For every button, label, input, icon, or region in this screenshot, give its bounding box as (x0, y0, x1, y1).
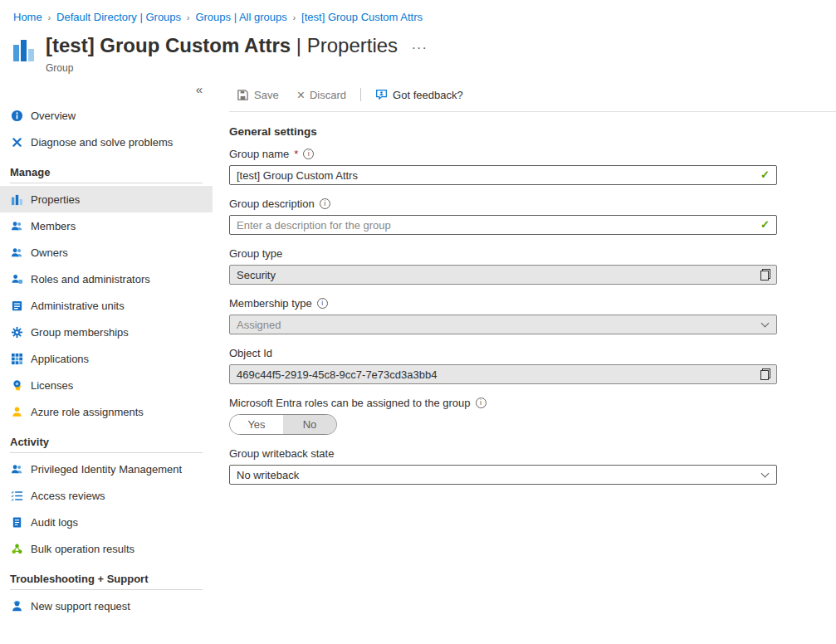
sidebar-item-label: Privileged Identity Management (31, 463, 182, 476)
writeback-state-label: Group writeback state (229, 447, 334, 460)
sidebar-item-label: Members (31, 220, 76, 232)
sidebar-item-label: Diagnose and solve problems (31, 136, 173, 149)
membership-type-label: Membership type (229, 297, 312, 310)
audit-logs-icon (10, 515, 23, 529)
overview-info-icon (10, 109, 23, 122)
copy-icon[interactable] (760, 368, 770, 380)
discard-icon: × (297, 89, 305, 101)
sidebar-item-admin-units[interactable]: Administrative units (0, 292, 213, 319)
sidebar-item-label: Azure role assignments (31, 406, 144, 418)
breadcrumb-link-home[interactable]: Home (13, 11, 42, 23)
sidebar-item-label: Applications (31, 353, 89, 365)
page-header: [test] Group Custom Attrs | Properties ·… (0, 23, 836, 74)
field-object-id: Object Id 469c44f5-2919-45c8-9cc7-7e73cd… (229, 345, 777, 384)
sidebar-item-label: Overview (31, 110, 76, 122)
sidebar-item-label: Licenses (31, 379, 73, 392)
entra-roles-label: Microsoft Entra roles can be assigned to… (229, 397, 471, 409)
sidebar-item-members[interactable]: Members (0, 212, 213, 239)
sidebar-item-label: Bulk operation results (31, 543, 134, 555)
more-menu-icon[interactable]: ··· (412, 41, 428, 55)
valid-check-icon (760, 218, 770, 231)
breadcrumb-separator: › (187, 12, 189, 22)
field-entra-roles: Microsoft Entra roles can be assigned to… (229, 395, 777, 435)
sidebar-item-label: Audit logs (31, 516, 78, 529)
save-button[interactable]: Save (229, 83, 286, 106)
sidebar-section-activity: Activity (0, 425, 213, 452)
sidebar-item-label: Properties (31, 193, 80, 206)
sidebar-item-audit-logs[interactable]: Audit logs (0, 509, 213, 535)
info-icon[interactable] (303, 149, 314, 159)
sidebar-section-divider (10, 183, 203, 183)
writeback-state-select[interactable]: No writeback (229, 465, 777, 485)
bulk-results-icon (10, 542, 23, 555)
field-group-description: Group description (229, 196, 777, 235)
properties-icon (10, 193, 23, 206)
properties-form: General settings Group name * Group desc… (229, 112, 777, 485)
group-description-label: Group description (229, 198, 315, 210)
sidebar-item-overview[interactable]: Overview (0, 102, 213, 129)
sidebar-item-licenses[interactable]: Licenses (0, 372, 213, 398)
diagnose-icon (10, 135, 23, 149)
section-title-general-settings: General settings (229, 125, 777, 138)
sidebar-section-divider (10, 452, 203, 453)
admin-units-icon (10, 299, 23, 312)
sidebar-item-diagnose[interactable]: Diagnose and solve problems (0, 129, 213, 155)
info-icon[interactable] (476, 398, 486, 408)
sidebar-item-group-memberships[interactable]: Group memberships (0, 319, 213, 345)
membership-type-select[interactable]: Assigned (229, 315, 777, 334)
breadcrumb-link-directory-groups[interactable]: Default Directory | Groups (56, 11, 181, 23)
page-subtitle: Group (46, 62, 428, 74)
sidebar-section-support: Troubleshooting + Support (0, 562, 213, 589)
page-title: [test] Group Custom Attrs | Properties ·… (46, 34, 428, 60)
group-bars-icon (12, 34, 37, 63)
valid-check-icon (760, 168, 770, 181)
group-type-value: Security (229, 265, 777, 285)
sidebar-section-divider (10, 589, 203, 590)
sidebar-item-properties[interactable]: Properties (0, 186, 213, 212)
group-memberships-icon (10, 325, 23, 339)
sidebar-item-owners[interactable]: Owners (0, 239, 213, 266)
field-group-name: Group name * (229, 146, 777, 185)
breadcrumb-link-current-group[interactable]: [test] Group Custom Attrs (301, 11, 423, 23)
access-reviews-icon (10, 489, 23, 502)
azure-role-assignments-icon (10, 405, 23, 418)
sidebar-item-roles-admins[interactable]: Roles and administrators (0, 266, 213, 292)
sidebar-item-new-support-request[interactable]: New support request (0, 593, 213, 618)
breadcrumb: Home › Default Directory | Groups › Grou… (0, 0, 836, 23)
group-name-label: Group name (229, 148, 289, 160)
page-title-divider: | (291, 34, 307, 56)
sidebar-item-azure-role-assignments[interactable]: Azure role assignments (0, 398, 213, 425)
field-group-type: Group type Security (229, 246, 777, 285)
sidebar-item-access-reviews[interactable]: Access reviews (0, 482, 213, 509)
page-title-section: Properties (307, 34, 398, 56)
info-icon[interactable] (320, 198, 330, 209)
toggle-option-yes[interactable]: Yes (230, 415, 283, 434)
toolbar-divider (360, 88, 361, 101)
copy-icon[interactable] (760, 269, 770, 281)
required-asterisk: * (294, 148, 298, 160)
save-icon (237, 89, 249, 101)
sidebar-item-pim[interactable]: Privileged Identity Management (0, 456, 213, 482)
group-name-input[interactable] (229, 165, 777, 185)
members-icon (10, 219, 23, 232)
group-description-input[interactable] (229, 215, 777, 235)
sidebar: « Overview Diagnose and solve problems M… (0, 80, 213, 618)
owners-icon (10, 246, 23, 259)
toggle-option-no[interactable]: No (283, 415, 336, 434)
sidebar-item-applications[interactable]: Applications (0, 345, 213, 372)
breadcrumb-link-all-groups[interactable]: Groups | All groups (195, 11, 286, 23)
sidebar-item-label: Owners (31, 246, 68, 259)
breadcrumb-separator: › (48, 12, 51, 22)
group-type-label: Group type (229, 247, 282, 260)
discard-label: Discard (310, 89, 346, 101)
save-label: Save (254, 89, 279, 101)
discard-button[interactable]: × Discard (290, 83, 354, 106)
sidebar-section-manage: Manage (0, 155, 213, 183)
got-feedback-button[interactable]: Got feedback? (368, 83, 471, 106)
feedback-label: Got feedback? (393, 89, 463, 101)
sidebar-collapse-icon[interactable]: « (196, 82, 203, 96)
object-id-value: 469c44f5-2919-45c8-9cc7-7e73cd3a3bb4 (229, 364, 777, 384)
info-icon[interactable] (317, 298, 328, 309)
sidebar-item-bulk-results[interactable]: Bulk operation results (0, 535, 213, 562)
page-title-name: [test] Group Custom Attrs (46, 34, 291, 56)
